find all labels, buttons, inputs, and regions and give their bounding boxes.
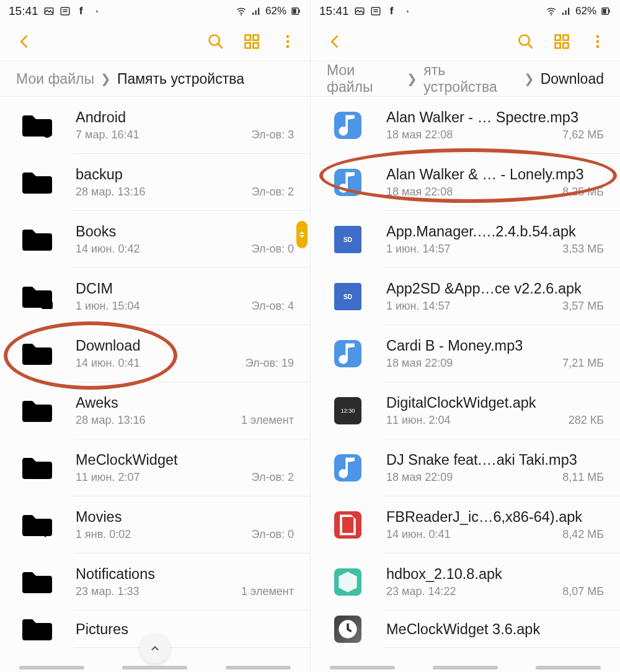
item-date: 1 янв. 0:02 — [76, 528, 131, 541]
svg-rect-19 — [603, 9, 606, 14]
item-name: hdbox_2.10.8.apk — [386, 566, 604, 583]
list-item[interactable]: SD App.Manager.….2.4.b.54.apk 1 июн. 14:… — [311, 211, 620, 268]
svg-point-13 — [286, 45, 290, 48]
folder-camera-icon — [16, 283, 58, 310]
more-notif-icon: • — [92, 6, 103, 17]
item-date: 23 мар. 14:22 — [386, 585, 456, 598]
breadcrumb[interactable]: Мои файлы ❯ Память устройства — [0, 61, 310, 97]
back-icon[interactable] — [327, 33, 344, 50]
folder-icon — [16, 397, 58, 424]
item-date: 1 июн. 14:57 — [386, 300, 451, 313]
grid-view-icon[interactable] — [243, 33, 260, 50]
more-icon[interactable] — [589, 33, 606, 50]
folder-icon — [16, 169, 58, 196]
list-item[interactable]: MeClockWidget 3.6.apk — [311, 611, 620, 648]
status-time: 15:41 — [9, 4, 38, 18]
panel-right: 15:41 f • 62% Мои файлы ❯ ять устройства… — [310, 0, 620, 672]
apk-icon: 12:30 — [334, 397, 361, 424]
chevron-right-icon: ❯ — [100, 71, 111, 86]
file-list: Alan Walker - … Spectre.mp3 18 мая 22:08… — [311, 97, 620, 648]
item-name: Android — [76, 109, 294, 126]
list-item[interactable]: Cardi B - Money.mp3 18 мая 22:097,21 МБ — [311, 325, 620, 382]
item-info: 8,42 МБ — [562, 528, 604, 541]
item-date: 23 мар. 1:33 — [76, 585, 139, 598]
item-name: Notifications — [76, 566, 294, 583]
apk-icon: SD — [334, 283, 361, 310]
item-name: Aweks — [76, 395, 294, 411]
signal-icon — [250, 6, 262, 17]
item-date: 14 июн. 0:42 — [76, 243, 140, 256]
folder-gear-icon — [16, 112, 58, 139]
item-date: 7 мар. 16:41 — [76, 128, 139, 141]
svg-rect-24 — [342, 517, 353, 533]
fast-scroll-thumb[interactable] — [296, 221, 308, 248]
list-item[interactable]: Movies 1 янв. 0:02Эл-ов: 0 — [0, 496, 310, 553]
news-icon — [60, 6, 71, 17]
system-navbar[interactable] — [0, 666, 310, 672]
folder-icon — [16, 616, 58, 643]
list-item[interactable]: backup 28 мар. 13:16Эл-ов: 2 — [0, 154, 310, 211]
list-item[interactable]: Download 14 июн. 0:41Эл-ов: 19 — [0, 325, 310, 382]
music-icon — [334, 454, 361, 482]
list-item[interactable]: Android 7 мар. 16:41Эл-ов: 3 — [0, 97, 310, 154]
apk-icon — [334, 511, 361, 539]
item-date: 18 мая 22:09 — [386, 357, 453, 370]
battery-icon — [600, 6, 611, 17]
item-name: Cardi B - Money.mp3 — [386, 338, 604, 354]
apk-icon — [334, 616, 361, 643]
breadcrumb-root[interactable]: Мои файлы — [16, 71, 94, 87]
news-icon — [370, 6, 381, 17]
svg-point-21 — [596, 35, 600, 38]
music-icon — [334, 169, 361, 196]
list-item[interactable]: Books 14 июн. 0:42Эл-ов: 0 — [0, 211, 310, 268]
list-item[interactable]: SD App2SD &App…ce v2.2.6.apk 1 июн. 14:5… — [311, 268, 620, 325]
list-item[interactable]: Alan Walker & … - Lonely.mp3 18 мая 22:0… — [311, 154, 620, 211]
folder-icon — [16, 454, 58, 482]
image-icon — [354, 6, 365, 17]
system-navbar[interactable] — [311, 666, 620, 672]
svg-point-16 — [551, 14, 552, 16]
battery-icon — [290, 6, 301, 17]
toolbar — [311, 22, 620, 61]
breadcrumb-mid[interactable]: ять устройства — [423, 62, 517, 96]
back-icon[interactable] — [16, 33, 33, 50]
list-item[interactable]: MeClockWidget 11 июн. 2:07Эл-ов: 2 — [0, 439, 310, 496]
search-icon[interactable] — [517, 33, 534, 50]
apk-icon: SD — [334, 226, 361, 253]
panel-left: 15:41 f • 62% Мои файлы ❯ Память устройс… — [0, 0, 310, 672]
svg-point-10 — [210, 35, 219, 45]
list-item[interactable]: Notifications 23 мар. 1:331 элемент — [0, 553, 310, 611]
item-date: 28 мар. 13:16 — [76, 186, 145, 199]
list-item[interactable]: Aweks 28 мар. 13:161 элемент — [0, 382, 310, 439]
breadcrumb-current: Память устройства — [117, 71, 244, 87]
list-item[interactable]: DJ Snake feat.…aki Taki.mp3 18 мая 22:09… — [311, 439, 620, 496]
item-name: DCIM — [76, 280, 294, 297]
more-icon[interactable] — [279, 33, 296, 50]
svg-rect-9 — [293, 9, 296, 14]
breadcrumb-root[interactable]: Мои файлы — [327, 62, 401, 96]
folder-list: Android 7 мар. 16:41Эл-ов: 3 backup 28 м… — [0, 97, 310, 648]
item-date: 11 июн. 2:04 — [386, 414, 451, 427]
item-date: 1 июн. 15:04 — [76, 300, 140, 313]
item-info: Эл-ов: 0 — [252, 243, 294, 256]
scroll-to-top-button[interactable] — [140, 634, 170, 663]
item-info: 7,21 МБ — [562, 357, 604, 370]
music-icon — [334, 340, 361, 367]
item-date: 18 мая 22:08 — [386, 128, 453, 141]
list-item[interactable]: hdbox_2.10.8.apk 23 мар. 14:228,07 МБ — [311, 553, 620, 611]
item-info: 8,25 МБ — [562, 186, 604, 199]
svg-point-23 — [596, 45, 600, 48]
item-date: 1 июн. 14:57 — [386, 243, 451, 256]
item-name: MeClockWidget 3.6.apk — [386, 621, 604, 638]
list-item[interactable]: DCIM 1 июн. 15:04Эл-ов: 4 — [0, 268, 310, 325]
item-info: Эл-ов: 4 — [252, 300, 294, 313]
list-item[interactable]: 12:30 DigitalClockWidget.apk 11 июн. 2:0… — [311, 382, 620, 439]
breadcrumb[interactable]: Мои файлы ❯ ять устройства ❯ Download — [311, 61, 620, 97]
facebook-icon: f — [76, 6, 87, 17]
grid-view-icon[interactable] — [553, 33, 570, 50]
item-name: Books — [76, 223, 294, 240]
list-item[interactable]: FBReaderJ_ic…6,x86-64).apk 14 июн. 0:418… — [311, 496, 620, 553]
search-icon[interactable] — [207, 33, 224, 50]
image-icon — [43, 6, 55, 17]
list-item[interactable]: Alan Walker - … Spectre.mp3 18 мая 22:08… — [311, 97, 620, 154]
